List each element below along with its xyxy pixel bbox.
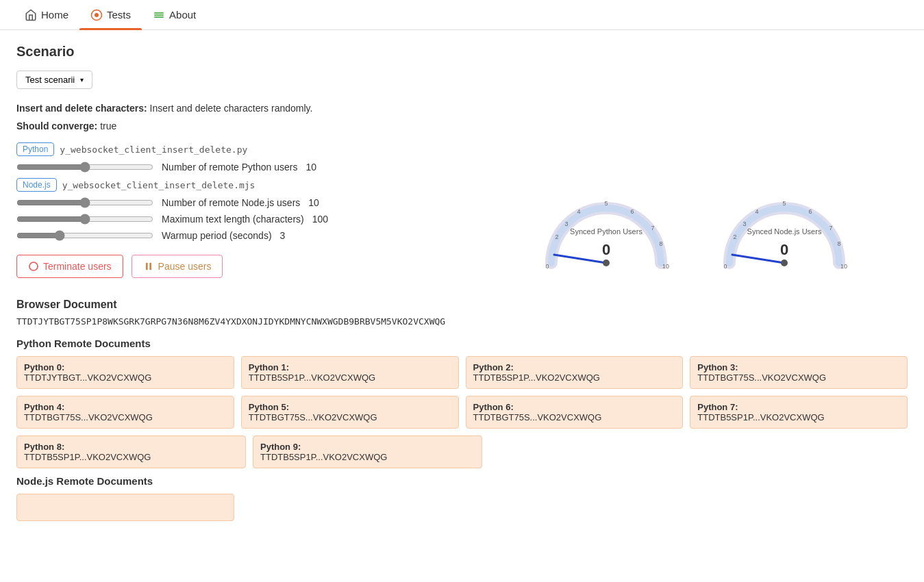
list-item: Python 4: TTDTBGT75S...VKO2VCXWQG — [16, 396, 234, 429]
chevron-down-icon: ▾ — [80, 76, 84, 84]
svg-point-18 — [603, 260, 610, 266]
gauge-nodejs-svg: 0 10 2 4 5 6 7 8 3 0 Synced Node.js User… — [716, 181, 853, 277]
pause-icon — [143, 261, 154, 272]
svg-text:0: 0 — [545, 263, 549, 270]
browser-doc-section: Browser Document TTDTJYTBGT75SP1P8WKSGRK… — [16, 299, 908, 521]
browser-doc-title: Browser Document — [16, 299, 908, 311]
svg-text:8: 8 — [837, 240, 840, 247]
max-text-slider-row: Maximum text length (characters) 100 — [16, 214, 496, 225]
description: Insert and delete characters: Insert and… — [16, 103, 496, 114]
nodejs-users-label: Number of remote Node.js users — [162, 197, 300, 208]
nodejs-users-slider-row: Number of remote Node.js users 10 — [16, 197, 496, 208]
python-file: y_websocket_client_insert_delete.py — [60, 144, 247, 155]
python-lang-row: Python y_websocket_client_insert_delete.… — [16, 142, 496, 156]
python-docs-grid-2: Python 8: TTDTB5SP1P...VKO2VCXWQG Python… — [16, 435, 482, 468]
svg-text:3: 3 — [742, 220, 746, 227]
max-text-slider[interactable] — [16, 214, 153, 225]
warmup-label: Warmup period (seconds) — [162, 230, 272, 241]
svg-rect-6 — [146, 263, 148, 270]
gauge-python-svg: 0 10 2 4 5 6 7 8 3 — [538, 181, 675, 277]
list-item: Python 3: TTDTBGT75S...VKO2VCXWQG — [690, 356, 908, 389]
svg-line-17 — [554, 255, 606, 263]
pause-button[interactable]: Pause users — [132, 255, 223, 278]
nav-home[interactable]: Home — [14, 0, 79, 30]
svg-text:7: 7 — [829, 225, 832, 231]
tests-icon — [90, 9, 103, 21]
action-buttons: Terminate users Pause users — [16, 255, 496, 278]
nodejs-users-slider[interactable] — [16, 197, 153, 208]
gauge-python: 0 10 2 4 5 6 7 8 3 — [538, 181, 675, 277]
converge: Should converge: true — [16, 121, 496, 131]
python-docs-title: Python Remote Documents — [16, 338, 908, 349]
warmup-value: 3 — [280, 230, 286, 241]
config-section: Python y_websocket_client_insert_delete.… — [16, 142, 496, 241]
list-item: Python 9: TTDTB5SP1P...VKO2VCXWQG — [253, 435, 482, 468]
max-text-label: Maximum text length (characters) — [162, 214, 304, 225]
list-item: Python 8: TTDTB5SP1P...VKO2VCXWQG — [16, 435, 246, 468]
python-users-value: 10 — [305, 162, 316, 173]
python-users-slider-row: Number of remote Python users 10 — [16, 162, 496, 173]
nav-tests[interactable]: Tests — [79, 0, 142, 30]
svg-text:4: 4 — [577, 208, 580, 215]
nodejs-docs-title: Node.js Remote Documents — [16, 475, 908, 487]
svg-text:10: 10 — [840, 263, 847, 270]
warmup-slider[interactable] — [16, 230, 153, 241]
python-docs-grid: Python 0: TTDTJYTBGT...VKO2VCXWQG Python… — [16, 356, 908, 429]
home-icon — [25, 9, 37, 21]
svg-text:8: 8 — [659, 240, 662, 247]
page-title: Scenario — [16, 44, 496, 60]
nodejs-users-value: 10 — [308, 197, 319, 208]
scenario-dropdown[interactable]: Test scenarii ▾ — [16, 71, 92, 89]
svg-text:2: 2 — [555, 233, 558, 240]
svg-text:2: 2 — [733, 233, 736, 240]
svg-text:0: 0 — [723, 263, 727, 270]
gauge-nodejs: 0 10 2 4 5 6 7 8 3 0 Synced Node.js User… — [716, 181, 853, 277]
list-item: Python 7: TTDTB5SP1P...VKO2VCXWQG — [690, 396, 908, 429]
content-layout: Scenario Test scenarii ▾ Insert and dele… — [16, 44, 908, 278]
svg-text:0: 0 — [780, 241, 788, 258]
browser-doc-string: TTDTJYTBGT75SP1P8WKSGRK7GRPG7N36N8M6ZV4Y… — [16, 316, 908, 327]
svg-point-5 — [29, 262, 38, 270]
list-item: Python 6: TTDTBGT75S...VKO2VCXWQG — [466, 396, 684, 429]
warmup-slider-row: Warmup period (seconds) 3 — [16, 230, 496, 241]
svg-text:6: 6 — [808, 208, 812, 215]
python-users-slider[interactable] — [16, 162, 153, 173]
svg-text:5: 5 — [782, 200, 786, 207]
python-badge[interactable]: Python — [16, 142, 54, 156]
list-item: Python 0: TTDTJYTBGT...VKO2VCXWQG — [16, 356, 234, 389]
svg-text:Synced Node.js Users: Synced Node.js Users — [747, 227, 822, 236]
svg-text:7: 7 — [651, 225, 654, 231]
svg-point-31 — [781, 260, 788, 266]
nodejs-file: y_websocket_client_insert_delete.mjs — [62, 180, 255, 190]
svg-text:5: 5 — [604, 200, 608, 207]
svg-text:3: 3 — [564, 220, 568, 227]
nodejs-badge[interactable]: Node.js — [16, 178, 57, 192]
left-panel: Scenario Test scenarii ▾ Insert and dele… — [16, 44, 496, 278]
nodejs-docs-grid — [16, 494, 908, 521]
gauges-container: 0 10 2 4 5 6 7 8 3 — [538, 181, 853, 277]
svg-text:4: 4 — [755, 208, 758, 215]
navigation: Home Tests About — [0, 0, 924, 30]
svg-point-1 — [95, 13, 99, 17]
nodejs-lang-row: Node.js y_websocket_client_insert_delete… — [16, 178, 496, 192]
svg-text:6: 6 — [630, 208, 634, 215]
max-text-value: 100 — [312, 214, 328, 225]
svg-text:10: 10 — [662, 263, 669, 270]
terminate-button[interactable]: Terminate users — [16, 255, 123, 278]
svg-rect-7 — [149, 263, 151, 270]
list-item — [16, 494, 234, 521]
terminate-icon — [28, 261, 39, 272]
nav-about[interactable]: About — [142, 0, 207, 30]
main-content: Scenario Test scenarii ▾ Insert and dele… — [0, 30, 924, 542]
list-item: Python 2: TTDTB5SP1P...VKO2VCXWQG — [466, 356, 684, 389]
python-users-label: Number of remote Python users — [162, 162, 297, 173]
svg-text:Synced Python Users: Synced Python Users — [570, 227, 642, 236]
svg-line-30 — [732, 255, 784, 263]
list-item: Python 5: TTDTBGT75S...VKO2VCXWQG — [241, 396, 459, 429]
list-item: Python 1: TTDTB5SP1P...VKO2VCXWQG — [241, 356, 459, 389]
svg-text:0: 0 — [602, 241, 610, 258]
about-icon — [153, 9, 165, 21]
